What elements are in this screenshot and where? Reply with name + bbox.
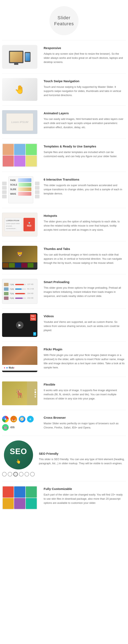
divider-12 — [2, 436, 126, 436]
seo-text: SEO — [10, 446, 27, 458]
thumb-3 — [15, 263, 21, 268]
feature-flexible-image: 🦌 — [2, 382, 39, 405]
feature-transitions-text: 6 Interactive Transitions This slider su… — [42, 176, 126, 196]
divider-3 — [2, 138, 126, 139]
transition-wave-label: WAVE — [10, 192, 17, 196]
feature-layers-title: Animated Layers — [44, 111, 125, 116]
flexible-deer: 🦌 — [2, 382, 37, 405]
feature-thumbs-tabs: Thumbs and Tabs You can add thumbnail im… — [0, 242, 128, 273]
feature-flexible-text: Flexible It works with any size of image… — [42, 382, 126, 402]
template-thumb-1 — [3, 144, 14, 155]
feature-seo-text: SEO Friendly This slider is SEO friendly… — [38, 450, 126, 466]
thumbs-mockup: 🦁 — [2, 246, 37, 270]
feature-templates-image — [2, 143, 39, 167]
seo-dot-6 — [30, 472, 35, 476]
header-circle: Slider Features — [49, 6, 79, 35]
transition-fade-label: FADE — [10, 179, 17, 182]
feature-thumbs-image: 🦁 — [2, 246, 39, 270]
flex-dot-3 — [34, 394, 36, 395]
lorem-ipsum-text: Lorem IPSUM — [11, 120, 28, 124]
template-thumb-6 — [26, 156, 37, 167]
hand-icon: 🤚 — [15, 83, 25, 96]
flex-dot-2 — [34, 391, 36, 393]
hotspot-tooltip: LOREM IPSUM Lorem ipsum dolor sit amet, … — [5, 218, 22, 232]
preload-bar-4 — [15, 298, 26, 299]
divider-13 — [2, 481, 126, 481]
shirt-badge: RED — [27, 224, 31, 227]
transition-wave: WAVE — [10, 192, 31, 196]
flickr-blue-dot: ● — [6, 366, 8, 370]
feature-cross-browser: 🦊 🧭 e 🤖 iOS Cross Browser Master Slider … — [0, 411, 128, 435]
transition-right-box-2 — [35, 186, 39, 190]
play-button[interactable]: ▶ — [16, 322, 24, 329]
responsive-mockup — [2, 45, 37, 69]
lion-icon: 🦁 — [16, 250, 24, 258]
hotspot-tooltip-title: LOREM IPSUM — [6, 219, 21, 222]
flexible-mockup: 🦌 — [2, 382, 37, 405]
template-thumb-5 — [14, 156, 25, 167]
transition-slide: SLIDE — [10, 188, 31, 191]
deer-icon: 🦌 — [15, 387, 25, 400]
custom-thumb-6 — [26, 498, 37, 509]
firefox-icon: 🦊 — [10, 416, 17, 422]
flex-dot-1 — [34, 389, 36, 391]
feature-flickr-text: Flickr Plugin With Flickr plugin you can… — [42, 346, 126, 370]
hotspot-tooltip-text: Lorem ipsum dolor sit amet, consectetuer… — [6, 222, 21, 230]
divider-8 — [2, 308, 126, 308]
template-thumb-3 — [26, 144, 37, 155]
feature-hotspots: LOREM IPSUM Lorem ipsum dolor sit amet, … — [0, 209, 128, 240]
flickr-mockup: ● ● flickr — [2, 346, 37, 372]
transition-scale-label: SCALE — [10, 183, 17, 186]
transitions-right-col — [35, 182, 39, 198]
preload-thumb-2 — [4, 288, 9, 291]
thumb-1 — [3, 263, 9, 268]
thumb-2 — [9, 263, 15, 268]
feature-flexible-title: Flexible — [44, 382, 125, 387]
seo-dots — [2, 472, 35, 476]
preload-filename-2: 2.jpg — [10, 288, 14, 290]
feature-cross-browser-title: Cross Browser — [44, 416, 125, 420]
transition-right-box-3 — [35, 190, 39, 194]
vimeo-badge: V — [33, 332, 36, 336]
feature-cross-browser-image: 🦊 🧭 e 🤖 iOS — [2, 414, 39, 431]
transition-scale: SCALE — [10, 183, 31, 186]
transition-box-2 — [2, 186, 7, 190]
chrome-inner — [4, 418, 7, 420]
chrome-icon — [2, 416, 9, 422]
divider-11 — [2, 410, 126, 410]
template-thumb-4 — [3, 156, 14, 167]
feature-thumbs-desc: You can add thumbnail images or html con… — [44, 253, 125, 265]
transitions-left-col — [2, 182, 7, 198]
preload-filename-1: 1.jpg — [10, 283, 14, 286]
templates-mockup — [2, 143, 37, 167]
seo-circle: SEO 👆 — [4, 440, 33, 470]
feature-templates-desc: Sample files and starter templates are i… — [44, 150, 125, 158]
feature-seo: SEO 👆 SEO Friendly This slider is SEO fr… — [0, 437, 128, 480]
safari-icon: 🧭 — [19, 416, 25, 422]
header-title: Slider — [54, 15, 74, 21]
desktop-screen — [10, 52, 22, 62]
preload-bar-2 — [15, 288, 26, 290]
thumbs-main: 🦁 — [2, 246, 37, 262]
seo-dot-3 — [13, 472, 18, 476]
feature-responsive-image — [2, 45, 39, 69]
ios-text: iOS — [10, 425, 14, 430]
browser-icons: 🦊 🧭 e 🤖 iOS — [2, 416, 37, 431]
preload-thumb-1 — [4, 283, 9, 286]
preload-size-2: 84.2 KB — [27, 288, 36, 290]
desktop-device — [9, 51, 24, 63]
preload-fill-2 — [15, 288, 22, 290]
feature-touch-desc: Touch and mouse swiping is fully support… — [44, 85, 125, 97]
feature-touch-title: Touch Swipe Navigation — [44, 79, 125, 84]
feature-flickr-image: ● ● flickr — [2, 346, 39, 372]
feature-transitions: 6 Interactive Transitions This slider su… — [0, 173, 128, 207]
custom-thumb-4 — [3, 498, 14, 509]
slide-bar — [18, 188, 31, 191]
hotspot-mockup: LOREM IPSUM Lorem ipsum dolor sit amet, … — [2, 213, 37, 236]
feature-preloading: 1.jpg 137 KB 2.jpg 84.2 KB 3.jpg — [0, 275, 128, 308]
thumb-4 — [21, 263, 27, 268]
layers-inner: Lorem IPSUM — [6, 113, 33, 131]
seo-dot-4 — [19, 472, 24, 476]
feature-videos-title: Videos — [44, 314, 125, 319]
feature-templates: Templates & Ready to Use Samples Sample … — [0, 140, 128, 171]
